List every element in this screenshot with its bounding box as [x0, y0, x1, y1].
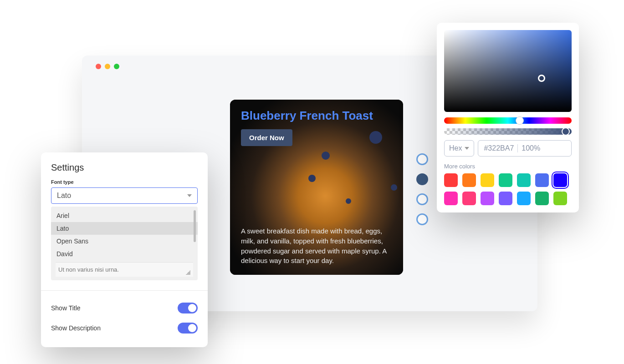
scrollbar-thumb[interactable] — [194, 210, 196, 242]
color-swatch[interactable] — [535, 192, 549, 205]
show-description-label: Show Description — [51, 324, 101, 332]
order-now-button[interactable]: Order Now — [241, 129, 292, 146]
color-cursor-icon[interactable] — [538, 75, 545, 82]
color-swatch[interactable] — [462, 192, 476, 205]
hex-input[interactable]: #322BA7 100% — [478, 140, 572, 157]
settings-panel: Settings Font type Lato Ariel Lato Open … — [41, 152, 208, 347]
close-window-icon[interactable] — [96, 64, 101, 69]
color-swatch[interactable] — [481, 173, 494, 187]
text-preview-input[interactable]: Ut non varius nisi urna. — [56, 262, 193, 277]
font-type-listbox: Ariel Lato Open Sans David Ut non varius… — [51, 207, 198, 280]
font-option-open-sans[interactable]: Open Sans — [51, 235, 198, 248]
alpha-slider[interactable] — [444, 128, 572, 135]
chevron-down-icon — [465, 147, 469, 150]
more-colors-label: More colors — [444, 163, 572, 170]
color-format-label: Hex — [449, 144, 462, 152]
color-swatch[interactable] — [444, 192, 458, 205]
hue-slider[interactable] — [444, 117, 572, 124]
chevron-down-icon — [187, 194, 192, 197]
page-dot-1[interactable] — [416, 153, 428, 165]
color-swatch[interactable] — [462, 173, 476, 187]
color-swatch[interactable] — [444, 173, 458, 187]
color-swatch[interactable] — [499, 192, 512, 205]
page-dot-2[interactable] — [416, 173, 428, 185]
opacity-value: 100% — [522, 144, 540, 152]
show-title-label: Show Title — [51, 304, 81, 312]
color-input-row: Hex #322BA7 100% — [444, 140, 572, 157]
font-type-dropdown[interactable]: Lato — [51, 187, 198, 204]
color-format-select[interactable]: Hex — [444, 140, 474, 157]
swatch-grid — [444, 173, 572, 205]
color-swatch[interactable] — [535, 173, 549, 187]
alpha-handle[interactable] — [562, 127, 570, 136]
font-option-david[interactable]: David — [51, 248, 198, 260]
settings-title: Settings — [51, 162, 198, 173]
product-title: Blueberry French Toast — [241, 109, 392, 123]
font-option-ariel[interactable]: Ariel — [51, 209, 198, 222]
product-card: Blueberry French Toast Order Now A sweet… — [230, 100, 403, 275]
divider — [41, 290, 208, 291]
saturation-value-area[interactable] — [444, 30, 572, 112]
color-swatch[interactable] — [517, 173, 531, 187]
page-dot-4[interactable] — [416, 213, 428, 225]
color-swatch[interactable] — [517, 192, 531, 205]
show-description-toggle[interactable] — [178, 323, 198, 334]
font-type-label: Font type — [51, 179, 198, 185]
color-swatch[interactable] — [499, 173, 512, 187]
color-swatch[interactable] — [481, 192, 494, 205]
show-title-toggle[interactable] — [178, 303, 198, 313]
minimize-window-icon[interactable] — [105, 64, 110, 69]
pagination-dots — [416, 153, 428, 225]
color-picker-panel: Hex #322BA7 100% More colors — [437, 23, 579, 212]
color-swatch[interactable] — [553, 173, 567, 187]
maximize-window-icon[interactable] — [114, 64, 119, 69]
product-description: A sweet breakfast dish made with bread, … — [241, 226, 392, 266]
show-title-row: Show Title — [51, 298, 198, 318]
product-content: Blueberry French Toast Order Now A sweet… — [230, 100, 403, 275]
hue-handle[interactable] — [516, 116, 524, 125]
separator — [517, 144, 518, 152]
hex-value: #322BA7 — [484, 144, 514, 152]
font-type-selected: Lato — [57, 192, 71, 200]
page-dot-3[interactable] — [416, 193, 428, 205]
color-swatch[interactable] — [553, 192, 567, 205]
show-description-row: Show Description — [51, 318, 198, 338]
font-option-lato[interactable]: Lato — [51, 222, 198, 235]
